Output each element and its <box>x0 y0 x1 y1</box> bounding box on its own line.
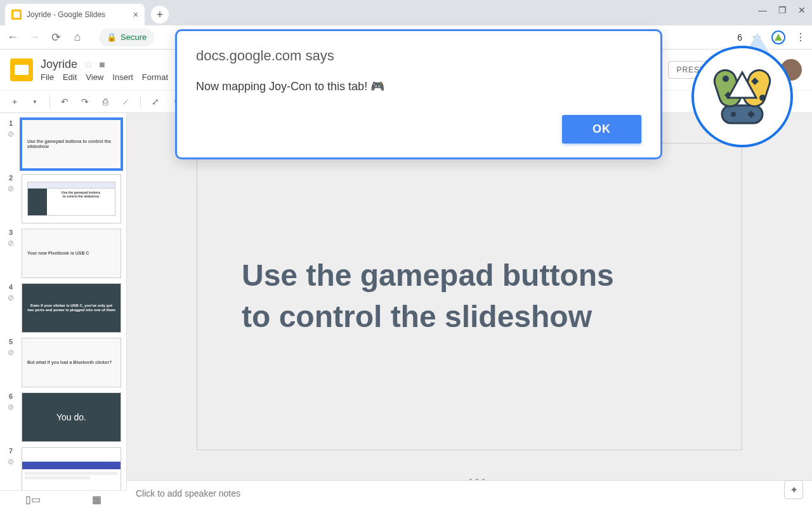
menu-view[interactable]: View <box>86 72 103 82</box>
reload-icon[interactable]: ⟳ <box>49 30 62 44</box>
joycon-icon <box>704 58 780 135</box>
thumbnail-number: 7 <box>9 447 13 455</box>
home-icon[interactable]: ⌂ <box>71 30 84 44</box>
slide-heading-line: Use the gamepad buttons <box>242 255 742 297</box>
menu-file[interactable]: File <box>41 72 54 82</box>
thumbnail[interactable]: Use the gamepad buttons to control the s… <box>22 119 121 169</box>
window-restore-icon[interactable]: ❐ <box>778 5 787 15</box>
thumbnail-number: 3 <box>9 229 13 236</box>
thumbnail-number: 4 <box>9 283 13 291</box>
print-button[interactable]: ⎙ <box>97 93 114 110</box>
svg-rect-1 <box>722 105 763 123</box>
skip-slide-icon: ⊘ <box>8 403 14 411</box>
move-folder-icon[interactable]: ■ <box>99 59 105 70</box>
svg-point-8 <box>759 95 766 101</box>
thumbnail-text: But what if you had a Bluetooth clicker? <box>22 360 121 365</box>
new-slide-menu-icon[interactable]: ▼ <box>27 93 43 110</box>
separator <box>140 95 141 108</box>
document-title[interactable]: Joyride <box>41 58 77 71</box>
url-security-pill[interactable]: 🔒 Secure <box>99 29 154 46</box>
extension-callout <box>691 46 793 147</box>
alert-title: docs.google.com says <box>196 48 641 64</box>
alert-body: Now mapping Joy-Con to this tab! 🎮 <box>196 79 641 93</box>
svg-point-2 <box>731 112 736 117</box>
menu-bar: File Edit View Insert Format <box>41 72 168 82</box>
thumbnail[interactable]: Even if your clicker is USB C, you've on… <box>22 283 121 333</box>
skip-slide-icon: ⊘ <box>8 130 14 138</box>
tab-title: Joyride - Google Slides <box>27 10 105 19</box>
thumbnail[interactable] <box>22 447 121 497</box>
window-minimize-icon[interactable]: — <box>758 5 767 15</box>
lock-icon: 🔒 <box>107 32 117 42</box>
grid-view-icon[interactable]: ▦ <box>92 493 102 505</box>
window-close-icon[interactable]: ✕ <box>798 5 806 15</box>
browser-tab-strip: Joyride - Google Slides × + — ❐ ✕ <box>0 0 812 25</box>
thumbnail-row[interactable]: 6⊘You do. <box>0 390 126 444</box>
thumbnail-text: Use the gamepad buttons to control the s… <box>22 139 121 150</box>
undo-button[interactable]: ↶ <box>56 93 73 110</box>
slides-logo-icon[interactable] <box>10 58 33 81</box>
speaker-notes[interactable]: Click to add speaker notes <box>127 480 812 508</box>
thumbnail-number: 2 <box>9 174 13 182</box>
thumbnail[interactable]: Use the gamepad buttonsto control the sl… <box>22 174 121 224</box>
star-document-icon[interactable]: ☆ <box>84 58 93 70</box>
chrome-menu-icon[interactable]: ⋮ <box>796 31 806 43</box>
thumbnail-text: You do. <box>51 412 91 423</box>
new-tab-button[interactable]: + <box>151 6 169 23</box>
explore-icon: ✦ <box>790 484 798 496</box>
thumbnail-row[interactable]: 4⊘Even if your clicker is USB C, you've … <box>0 281 126 335</box>
thumbnail-row[interactable]: 1⊘Use the gamepad buttons to control the… <box>0 117 126 171</box>
js-alert-dialog: docs.google.com says Now mapping Joy-Con… <box>175 29 662 159</box>
view-switcher: ▯▭ ▦ <box>0 490 127 508</box>
thumbnail-row[interactable]: 3⊘Your new Pixelbook is USB C <box>0 226 126 281</box>
explore-button[interactable]: ✦ <box>784 480 803 499</box>
redo-button[interactable]: ↷ <box>77 93 93 110</box>
skip-slide-icon: ⊘ <box>8 184 14 193</box>
thumbnail-text: Even if your clicker is USB C, you've on… <box>22 304 121 312</box>
skip-slide-icon: ⊘ <box>8 293 14 302</box>
skip-slide-icon: ⊘ <box>8 457 14 466</box>
paint-format-button[interactable]: ⟋ <box>117 93 134 110</box>
menu-format[interactable]: Format <box>142 72 168 82</box>
skip-slide-icon: ⊘ <box>8 239 14 248</box>
window-controls: — ❐ ✕ <box>758 5 806 15</box>
separator <box>49 95 50 108</box>
back-icon[interactable]: ← <box>6 30 19 44</box>
thumbnail-number: 5 <box>9 338 13 345</box>
new-slide-button[interactable]: + <box>6 93 23 110</box>
tab-close-icon[interactable]: × <box>133 10 138 20</box>
zoom-button[interactable]: ⤢ <box>147 93 164 110</box>
thumbnail-number: 6 <box>9 392 13 400</box>
menu-edit[interactable]: Edit <box>63 72 77 82</box>
thumbnail-rail[interactable]: 1⊘Use the gamepad buttons to control the… <box>0 113 127 508</box>
canvas-area: Use the gamepad buttons to control the s… <box>127 113 812 508</box>
svg-point-5 <box>723 76 729 82</box>
menu-insert[interactable]: Insert <box>112 72 133 82</box>
browser-tab[interactable]: Joyride - Google Slides × <box>5 4 145 25</box>
thumbnail-row[interactable]: 2⊘Use the gamepad buttonsto control the … <box>0 171 126 226</box>
thumbnail-text: Your new Pixelbook is USB C <box>22 251 121 256</box>
thumbnail[interactable]: You do. <box>22 392 121 442</box>
skip-slide-icon: ⊘ <box>8 348 14 357</box>
thumbnail-row[interactable]: 5⊘But what if you had a Bluetooth clicke… <box>0 335 126 390</box>
slide-heading-line: to control the slideshow <box>242 297 742 338</box>
thumbnail[interactable]: But what if you had a Bluetooth clicker? <box>22 338 121 387</box>
thumbnail-number: 1 <box>9 119 13 127</box>
slide-canvas[interactable]: Use the gamepad buttons to control the s… <box>197 143 742 450</box>
notes-resize-handle[interactable] <box>469 479 485 481</box>
notes-placeholder: Click to add speaker notes <box>136 488 240 498</box>
filmstrip-view-icon[interactable]: ▯▭ <box>25 493 41 505</box>
slides-favicon-icon <box>11 10 22 20</box>
secure-label: Secure <box>121 32 147 42</box>
callout-circle <box>691 46 793 147</box>
forward-icon[interactable]: → <box>28 30 41 44</box>
thumbnail[interactable]: Your new Pixelbook is USB C <box>22 229 121 278</box>
alert-ok-button[interactable]: OK <box>562 115 641 144</box>
